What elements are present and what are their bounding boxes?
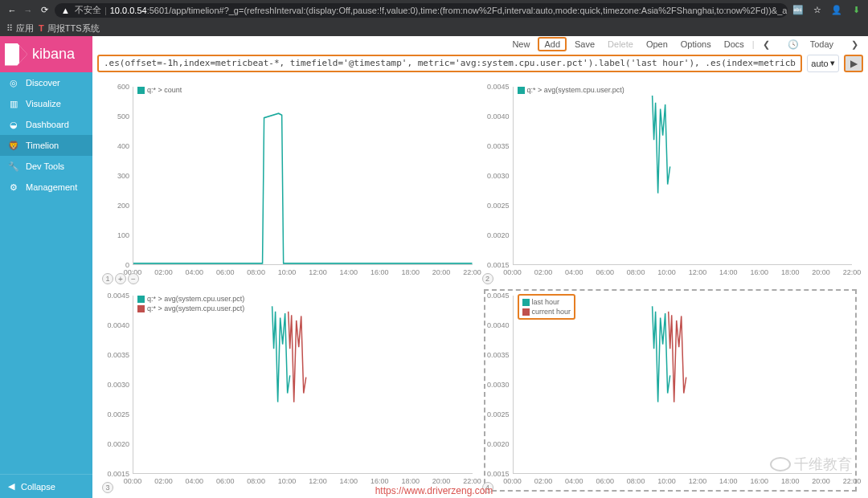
sidebar: kibana ◎Discover ▥Visualize ◒Dashboard 🦁… bbox=[0, 36, 92, 498]
chart-index-badge: 2 bbox=[482, 273, 493, 284]
chart-panel-3[interactable]: 0.00150.00200.00250.00300.00350.00400.00… bbox=[100, 286, 481, 495]
play-icon: ▶ bbox=[850, 58, 858, 69]
interval-select[interactable]: auto▾ bbox=[807, 55, 839, 72]
chart-legend: q:* > avg(system.cpu.user.pct)q:* > avg(… bbox=[137, 294, 244, 313]
nav-dashboard[interactable]: ◒Dashboard bbox=[0, 114, 92, 135]
y-axis: 0.00150.00200.00250.00300.00350.00400.00… bbox=[484, 87, 513, 265]
apps-button[interactable]: ⠿应用 bbox=[6, 22, 34, 35]
save-button[interactable]: Save bbox=[570, 39, 600, 50]
x-axis: 00:0002:0004:0006:0008:0010:0012:0014:00… bbox=[133, 268, 473, 280]
brand-name: kibana bbox=[32, 46, 75, 63]
bookmarks-bar: ⠿应用 T周报TTS系统 bbox=[0, 20, 868, 36]
bookmark-item[interactable]: T周报TTS系统 bbox=[39, 22, 100, 35]
download-icon[interactable]: ⬇ bbox=[850, 5, 862, 15]
chart-legend: q:* > avg(system.cpu.user.pct) bbox=[518, 85, 624, 95]
chart-panel-2[interactable]: 0.00150.00200.00250.00300.00350.00400.00… bbox=[481, 77, 861, 286]
footer-link: https://www.driverzeng.com bbox=[0, 485, 868, 496]
plot-area bbox=[513, 87, 853, 265]
chart-legend: last hourcurrent hour bbox=[518, 294, 576, 320]
top-toolbar: New Add Save Delete Open Options Docs | … bbox=[92, 36, 868, 52]
forward-icon[interactable]: → bbox=[23, 6, 34, 15]
query-bar: auto▾ ▶ bbox=[92, 52, 868, 74]
nav-management[interactable]: ⚙Management bbox=[0, 177, 92, 198]
chart-index-badge: 1 bbox=[102, 273, 113, 284]
gear-icon: ⚙ bbox=[8, 182, 19, 193]
nav-discover[interactable]: ◎Discover bbox=[0, 72, 92, 93]
y-axis: 0.00150.00200.00250.00300.00350.00400.00… bbox=[104, 296, 133, 474]
insecure-icon: ▲ bbox=[61, 6, 70, 15]
docs-button[interactable]: Docs bbox=[719, 39, 749, 50]
translate-icon[interactable]: 🔤 bbox=[792, 5, 804, 15]
plot-area bbox=[133, 296, 473, 474]
open-button[interactable]: Open bbox=[641, 39, 673, 50]
chart-grid: 0100200300400500600 00:0002:0004:0006:00… bbox=[92, 74, 868, 498]
time-prev-button[interactable]: ❮ bbox=[758, 39, 775, 51]
wechat-icon bbox=[770, 457, 791, 471]
zoom-out-button[interactable]: − bbox=[128, 273, 139, 284]
options-button[interactable]: Options bbox=[676, 39, 716, 50]
run-button[interactable]: ▶ bbox=[844, 55, 863, 72]
nav-devtools[interactable]: 🔧Dev Tools bbox=[0, 156, 92, 177]
expression-input[interactable] bbox=[97, 55, 802, 72]
time-next-button[interactable]: ❯ bbox=[846, 39, 863, 51]
add-button[interactable]: Add bbox=[538, 37, 567, 51]
chart-panel-1[interactable]: 0100200300400500600 00:0002:0004:0006:00… bbox=[100, 77, 481, 286]
apps-icon: ⠿ bbox=[6, 23, 13, 34]
clock-icon: 🕓 bbox=[783, 39, 804, 51]
x-axis: 00:0002:0004:0006:0008:0010:0012:0014:00… bbox=[513, 268, 853, 280]
gauge-icon: ◒ bbox=[8, 119, 19, 130]
reload-icon[interactable]: ⟳ bbox=[39, 5, 50, 15]
bar-chart-icon: ▥ bbox=[8, 98, 19, 109]
y-axis: 0.00150.00200.00250.00300.00350.00400.00… bbox=[484, 296, 513, 474]
url-host: 10.0.0.54 bbox=[110, 6, 147, 15]
chart-legend: q:* > count bbox=[137, 85, 182, 95]
nav-visualize[interactable]: ▥Visualize bbox=[0, 93, 92, 114]
insecure-label: 不安全 bbox=[75, 4, 101, 16]
zoom-in-button[interactable]: + bbox=[115, 273, 126, 284]
delete-button[interactable]: Delete bbox=[603, 39, 638, 50]
time-picker[interactable]: 🕓Today bbox=[778, 38, 843, 51]
new-button[interactable]: New bbox=[507, 39, 534, 50]
bookmark-favicon: T bbox=[39, 23, 44, 33]
address-bar[interactable]: ▲ 不安全 | 10.0.0.54 :5601/app/timelion#?_g… bbox=[55, 3, 788, 18]
watermark: 千维教育 bbox=[770, 455, 852, 474]
y-axis: 0100200300400500600 bbox=[104, 87, 133, 265]
wrench-icon: 🔧 bbox=[8, 161, 19, 172]
nav: ◎Discover ▥Visualize ◒Dashboard 🦁Timelio… bbox=[0, 72, 92, 474]
chevron-down-icon: ▾ bbox=[830, 58, 835, 68]
star-icon[interactable]: ☆ bbox=[812, 5, 823, 15]
kibana-logo-icon bbox=[5, 43, 27, 66]
plot-area bbox=[133, 87, 473, 265]
browser-toolbar: ← → ⟳ ▲ 不安全 | 10.0.0.54 :5601/app/timeli… bbox=[0, 0, 868, 20]
compass-icon: ◎ bbox=[8, 77, 19, 88]
url-path: :5601/app/timelion#?_g=(refreshInterval:… bbox=[147, 6, 788, 15]
nav-timelion[interactable]: 🦁Timelion bbox=[0, 135, 92, 156]
lion-icon: 🦁 bbox=[8, 140, 19, 151]
brand-logo[interactable]: kibana bbox=[0, 36, 92, 72]
profile-icon[interactable]: 👤 bbox=[831, 5, 842, 15]
back-icon[interactable]: ← bbox=[6, 6, 18, 15]
plot-area bbox=[513, 296, 853, 474]
